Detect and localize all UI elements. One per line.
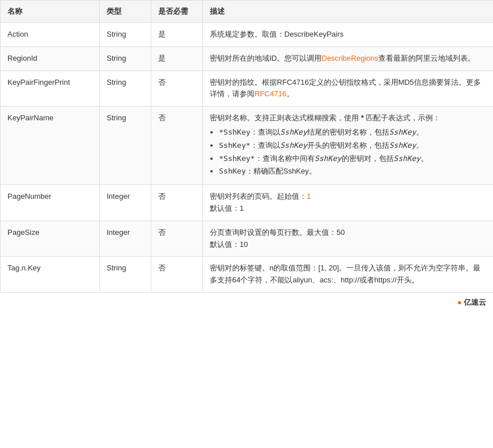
cell-name: Action: [1, 23, 100, 47]
cell-type: String: [100, 107, 151, 185]
cell-required: 否: [151, 70, 203, 107]
table-row: RegionIdString是密钥对所在的地域ID。您可以调用DescribeR…: [1, 46, 494, 70]
cell-type: Integer: [100, 221, 151, 257]
cell-desc: 密钥对所在的地域ID。您可以调用DescribeRegions查看最新的阿里云地…: [203, 46, 494, 70]
cell-type: String: [100, 46, 151, 70]
cell-required: 否: [151, 185, 203, 221]
cell-desc: 分页查询时设置的每页行数。最大值：50默认值：10: [203, 221, 494, 257]
header-required: 是否必需: [151, 1, 203, 23]
footer: ● 亿速云: [0, 293, 493, 312]
table-row: PageSizeInteger否分页查询时设置的每页行数。最大值：50默认值：1…: [1, 221, 494, 257]
header-desc: 描述: [203, 1, 494, 23]
table-row: KeyPairNameString否密钥对名称。支持正则表达式模糊搜索，使用 *…: [1, 107, 494, 185]
cell-type: String: [100, 70, 151, 107]
cell-required: 否: [151, 221, 203, 257]
cell-desc: 密钥对的指纹。根据RFC4716定义的公钥指纹格式，采用MD5信息摘要算法。更多…: [203, 70, 494, 107]
cell-required: 否: [151, 107, 203, 185]
cell-desc: 系统规定参数。取值：DescribeKeyPairs: [203, 23, 494, 47]
header-name: 名称: [1, 1, 100, 23]
cell-type: Integer: [100, 185, 151, 221]
cell-name: PageNumber: [1, 185, 100, 221]
cell-name: RegionId: [1, 46, 100, 70]
cell-required: 是: [151, 23, 203, 47]
table-row: KeyPairFingerPrintString否密钥对的指纹。根据RFC471…: [1, 70, 494, 107]
cell-desc: 密钥对列表的页码。起始值：1默认值：1: [203, 185, 494, 221]
footer-logo: ● 亿速云: [457, 297, 486, 308]
cell-type: String: [100, 23, 151, 47]
cell-required: 是: [151, 46, 203, 70]
cell-name: PageSize: [1, 221, 100, 257]
table-row: ActionString是系统规定参数。取值：DescribeKeyPairs: [1, 23, 494, 47]
cell-type: String: [100, 257, 151, 293]
cell-desc: 密钥对名称。支持正则表达式模糊搜索，使用 * 匹配子表达式，示例：*SshKey…: [203, 107, 494, 185]
table-row: PageNumberInteger否密钥对列表的页码。起始值：1默认值：1: [1, 185, 494, 221]
table-row: Tag.n.KeyString否密钥对的标签键。n的取值范围：[1, 20]。一…: [1, 257, 494, 293]
cell-required: 否: [151, 257, 203, 293]
cell-desc: 密钥对的标签键。n的取值范围：[1, 20]。一旦传入该值，则不允许为空字符串。…: [203, 257, 494, 293]
header-type: 类型: [100, 1, 151, 23]
cell-name: KeyPairFingerPrint: [1, 70, 100, 107]
cell-name: KeyPairName: [1, 107, 100, 185]
cell-name: Tag.n.Key: [1, 257, 100, 293]
